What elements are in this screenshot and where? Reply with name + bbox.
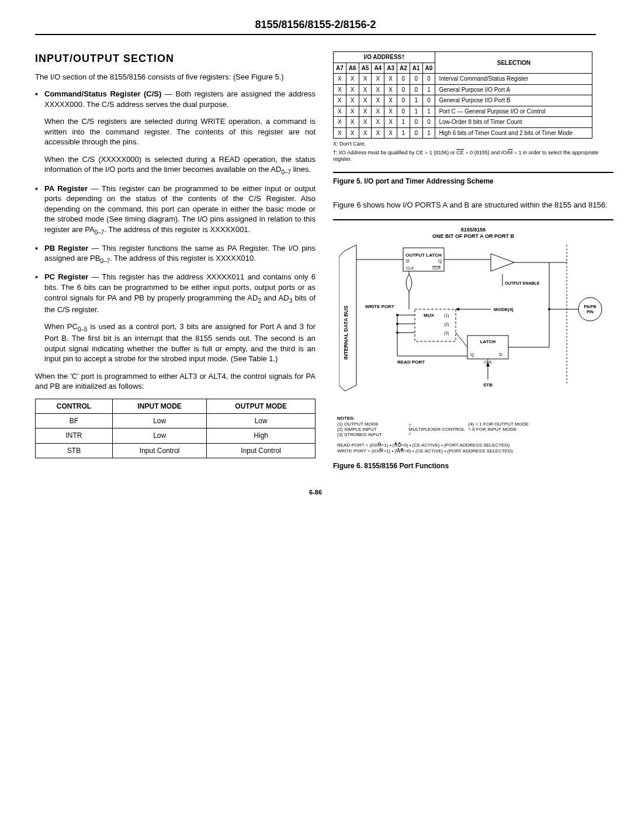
- page-footer: 6-86: [35, 488, 596, 497]
- ac: X: [334, 106, 346, 117]
- ac: X: [359, 117, 372, 128]
- ac: X: [359, 106, 372, 117]
- note4b: = 0 FOR INPUT MODE: [468, 427, 516, 432]
- ac: 1: [397, 127, 410, 139]
- ac: 1: [422, 84, 435, 95]
- ac: 0: [422, 74, 435, 85]
- ac: X: [372, 74, 384, 85]
- sub-pc05: 0–5: [78, 326, 88, 333]
- table-row: XXXXX100Low-Order 8 bits of Timer Count: [334, 117, 592, 128]
- ac: X: [372, 117, 384, 128]
- ctrl-c: STB: [36, 443, 113, 458]
- ctrl-c: Input Control: [207, 443, 316, 458]
- divider: [333, 219, 613, 220]
- ac: 1: [397, 117, 410, 128]
- addr-col: A7: [334, 63, 346, 74]
- out-latch-label: OUTPUT LATCH: [405, 253, 442, 258]
- sub-pa: 0–7: [95, 229, 105, 235]
- ctrl-h0: CONTROL: [36, 399, 113, 414]
- table-row: XXXXX001General Purpose I/O Port A: [334, 84, 592, 95]
- fn-a: †: I/O Address must be qualified by CE =…: [333, 150, 456, 155]
- divider: [333, 172, 613, 173]
- page-title: 8155/8156/8155-2/8156-2: [35, 18, 596, 35]
- svg-line-22: [456, 333, 467, 347]
- sel: General Purpose I/O Port A: [435, 84, 592, 95]
- ac: 0: [410, 74, 422, 85]
- ctrl-c: High: [207, 428, 316, 443]
- addr-col: A4: [372, 63, 384, 74]
- q-label: Q: [438, 258, 442, 264]
- ac: 0: [397, 74, 410, 85]
- latch-label: LATCH: [480, 339, 496, 344]
- mux-ctrl: MULTIPLEXER CONTROL: [408, 427, 467, 432]
- pb-p1b: . The address of this register is XXXXX0…: [110, 254, 256, 262]
- cs-p2: When the C/S registers are selected duri…: [44, 116, 316, 147]
- d2-label: D: [499, 352, 502, 357]
- mux-label: MUX: [424, 313, 434, 318]
- ctrl-h1: INPUT MODE: [113, 399, 207, 414]
- table-row: STB Input Control Input Control: [36, 443, 316, 458]
- ac: X: [346, 84, 359, 95]
- ac: 0: [422, 95, 435, 106]
- table-row: XXXXX000Interval Command/Status Register: [334, 74, 592, 85]
- sel: High 6 bits of Timer Count and 2 bits of…: [435, 127, 592, 139]
- ctrl-h2: OUTPUT MODE: [207, 399, 316, 414]
- addr-col: A1: [410, 63, 422, 74]
- notes-h: NOTES:: [337, 416, 355, 421]
- diagram-chip: 8155/8156: [334, 227, 613, 233]
- ac: X: [372, 95, 384, 106]
- ac: X: [384, 106, 397, 117]
- ac: X: [372, 106, 384, 117]
- ac: 1: [422, 106, 435, 117]
- sel: Port C — General Purpose I/O or Control: [435, 106, 592, 117]
- ac: 0: [422, 117, 435, 128]
- mode-label: MODE(4): [494, 307, 514, 312]
- pc-p1b: and AD: [261, 293, 289, 302]
- figure-6-caption: Figure 6. 8155/8156 Port Functions: [333, 461, 613, 471]
- ac: X: [372, 127, 384, 139]
- ac: 0: [397, 84, 410, 95]
- pc-register-bullet: PC Register — This register has the addr…: [35, 272, 316, 364]
- clk-label: CLK: [406, 266, 414, 270]
- svg-text:(1): (1): [444, 313, 449, 318]
- addr-col: A0: [422, 63, 435, 74]
- write-port-label: WRITE PORT: [365, 304, 394, 309]
- oe-label: OUTPUT ENABLE: [505, 281, 540, 285]
- ac: X: [346, 74, 359, 85]
- ac: X: [346, 117, 359, 128]
- table-row: XXXXX011Port C — General Purpose I/O or …: [334, 106, 592, 117]
- ac: X: [334, 84, 346, 95]
- addr-col: A3: [384, 63, 397, 74]
- alt-para: When the 'C' port is programmed to eithe…: [35, 371, 316, 392]
- pc-p2a: When PC: [44, 322, 78, 331]
- right-column: I/O ADDRESS† SELECTION A7 A6 A5 A4 A3 A2…: [333, 51, 613, 471]
- svg-text:PA/PB: PA/PB: [584, 305, 597, 309]
- addr-grp-h: I/O ADDRESS†: [334, 52, 435, 63]
- svg-point-31: [578, 298, 602, 321]
- svg-rect-8: [415, 309, 456, 341]
- diagram-subtitle: ONE BIT OF PORT A OR PORT B: [334, 233, 613, 239]
- d-label: D: [406, 258, 410, 264]
- table-row: BF Low Low: [36, 414, 316, 428]
- ac: X: [384, 95, 397, 106]
- ac: X: [359, 95, 372, 106]
- svg-marker-3: [491, 254, 514, 271]
- ac: X: [384, 74, 397, 85]
- pa-p1b: . The address of this register is XXXXX0…: [104, 225, 250, 234]
- svg-text:(2): (2): [444, 322, 449, 327]
- table-row: INTR Low High: [36, 428, 316, 443]
- ac: X: [359, 84, 372, 95]
- ac: X: [334, 117, 346, 128]
- ac: 0: [410, 117, 422, 128]
- ac: X: [346, 106, 359, 117]
- diagram-svg: INTERNAL DATA BUS OUTPUT LATCH D Q CLK C…: [339, 239, 608, 414]
- ac: X: [334, 74, 346, 85]
- ac: X: [359, 127, 372, 139]
- port-diagram: 8155/8156 ONE BIT OF PORT A OR PORT B IN…: [333, 224, 613, 455]
- control-table: CONTROL INPUT MODE OUTPUT MODE BF Low Lo…: [35, 399, 316, 458]
- cs-register-bullet: Command/Status Register (C/S) — Both reg…: [35, 89, 316, 176]
- fig6-intro: Figure 6 shows how I/O PORTS A and B are…: [333, 200, 613, 210]
- section-heading: INPUT/OUTPUT SECTION: [35, 51, 316, 65]
- intro-para: The I/O section of the 8155/8156 consist…: [35, 72, 316, 82]
- ac: 0: [410, 84, 422, 95]
